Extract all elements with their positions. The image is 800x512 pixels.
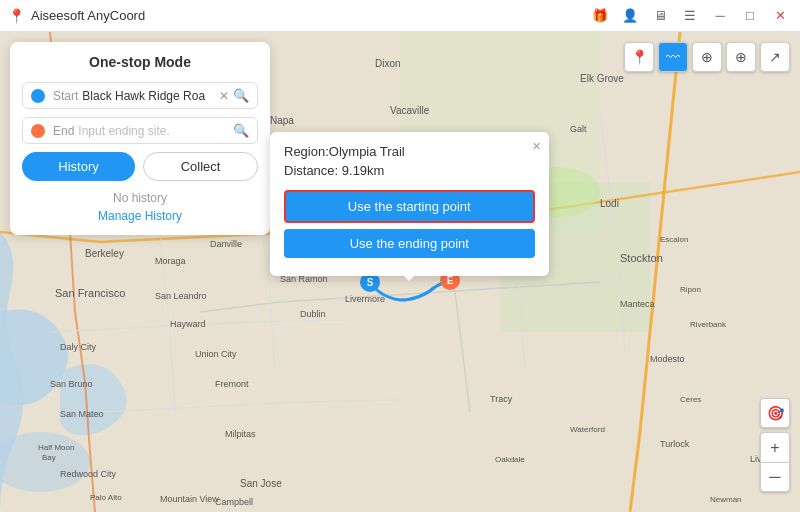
location-btn[interactable]: 📍 bbox=[624, 42, 654, 72]
svg-text:Oakdale: Oakdale bbox=[495, 455, 525, 464]
svg-text:Campbell: Campbell bbox=[215, 497, 253, 507]
search-start-icon[interactable]: 🔍 bbox=[233, 88, 249, 103]
minimize-button[interactable]: ─ bbox=[706, 2, 734, 30]
manage-history-link[interactable]: Manage History bbox=[22, 209, 258, 223]
search-end-icon[interactable]: 🔍 bbox=[233, 123, 249, 138]
popup-close[interactable]: × bbox=[532, 138, 540, 154]
svg-text:Riverbank: Riverbank bbox=[690, 320, 727, 329]
crosshair-btn[interactable]: ⊕ bbox=[726, 42, 756, 72]
screen-icon[interactable]: 🖥 bbox=[646, 2, 674, 30]
svg-text:Turlock: Turlock bbox=[660, 439, 690, 449]
start-dot bbox=[31, 89, 45, 103]
svg-text:San Jose: San Jose bbox=[240, 478, 282, 489]
export-btn[interactable]: ↗ bbox=[760, 42, 790, 72]
svg-text:Ceres: Ceres bbox=[680, 395, 701, 404]
waypoint-btn[interactable]: ⊕ bbox=[692, 42, 722, 72]
svg-text:San Leandro: San Leandro bbox=[155, 291, 207, 301]
titlebar: 📍 Aiseesoft AnyCoord 🎁 👤 🖥 ☰ ─ □ ✕ bbox=[0, 0, 800, 32]
svg-text:San Mateo: San Mateo bbox=[60, 409, 104, 419]
svg-text:Bay: Bay bbox=[42, 453, 56, 462]
svg-text:Newman: Newman bbox=[710, 495, 742, 504]
svg-text:Berkeley: Berkeley bbox=[85, 248, 124, 259]
svg-text:Fremont: Fremont bbox=[215, 379, 249, 389]
route-btn[interactable]: 〰 bbox=[658, 42, 688, 72]
svg-text:Daly City: Daly City bbox=[60, 342, 97, 352]
end-input-row[interactable]: End Input ending site. 🔍 bbox=[22, 117, 258, 144]
app-icon: 📍 bbox=[8, 8, 25, 24]
svg-text:Vacaville: Vacaville bbox=[390, 105, 430, 116]
maximize-button[interactable]: □ bbox=[736, 2, 764, 30]
svg-text:Dublin: Dublin bbox=[300, 309, 326, 319]
svg-text:Lodi: Lodi bbox=[600, 198, 619, 209]
svg-text:Redwood City: Redwood City bbox=[60, 469, 117, 479]
svg-text:Palo Alto: Palo Alto bbox=[90, 493, 122, 502]
left-panel: One-stop Mode Start Black Hawk Ridge Roa… bbox=[10, 42, 270, 235]
svg-text:Tracy: Tracy bbox=[490, 394, 513, 404]
svg-text:Dixon: Dixon bbox=[375, 58, 401, 69]
svg-text:San Bruno: San Bruno bbox=[50, 379, 93, 389]
popup-region: Region:Olympia Trail bbox=[284, 144, 535, 159]
svg-text:Milpitas: Milpitas bbox=[225, 429, 256, 439]
start-label: Start bbox=[53, 89, 78, 103]
end-label: End bbox=[53, 124, 74, 138]
panel-title: One-stop Mode bbox=[22, 54, 258, 70]
end-dot bbox=[31, 124, 45, 138]
route-popup: × Region:Olympia Trail Distance: 9.19km … bbox=[270, 132, 549, 276]
titlebar-controls: 🎁 👤 🖥 ☰ ─ □ ✕ bbox=[586, 2, 794, 30]
svg-text:Livermore: Livermore bbox=[345, 294, 385, 304]
zoom-controls: 🎯 + ─ bbox=[760, 398, 790, 492]
svg-text:Waterford: Waterford bbox=[570, 425, 605, 434]
collect-button[interactable]: Collect bbox=[143, 152, 258, 181]
user-icon[interactable]: 👤 bbox=[616, 2, 644, 30]
svg-text:Manteca: Manteca bbox=[620, 299, 655, 309]
svg-text:Galt: Galt bbox=[570, 124, 587, 134]
popup-distance: Distance: 9.19km bbox=[284, 163, 535, 178]
svg-text:Half Moon: Half Moon bbox=[38, 443, 74, 452]
svg-text:Stockton: Stockton bbox=[620, 252, 663, 264]
svg-text:Elk Grove: Elk Grove bbox=[580, 73, 624, 84]
svg-text:Danville: Danville bbox=[210, 239, 242, 249]
no-history-text: No history bbox=[22, 191, 258, 205]
zoom-in-button[interactable]: + bbox=[760, 432, 790, 462]
svg-text:Modesto: Modesto bbox=[650, 354, 685, 364]
zoom-target-btn[interactable]: 🎯 bbox=[760, 398, 790, 428]
gift-icon[interactable]: 🎁 bbox=[586, 2, 614, 30]
clear-start-icon[interactable]: ✕ bbox=[219, 89, 229, 103]
app-title: Aiseesoft AnyCoord bbox=[31, 8, 586, 23]
svg-text:Hayward: Hayward bbox=[170, 319, 206, 329]
svg-text:Ripon: Ripon bbox=[680, 285, 701, 294]
menu-icon[interactable]: ☰ bbox=[676, 2, 704, 30]
map-controls: 📍 〰 ⊕ ⊕ ↗ bbox=[624, 42, 790, 72]
svg-text:San Francisco: San Francisco bbox=[55, 287, 125, 299]
use-end-point-button[interactable]: Use the ending point bbox=[284, 229, 535, 258]
zoom-out-button[interactable]: ─ bbox=[760, 462, 790, 492]
start-value: Black Hawk Ridge Roa bbox=[82, 89, 219, 103]
svg-text:Escalon: Escalon bbox=[660, 235, 688, 244]
end-placeholder: Input ending site. bbox=[78, 124, 233, 138]
action-buttons: History Collect bbox=[22, 152, 258, 181]
start-input-row[interactable]: Start Black Hawk Ridge Roa ✕ 🔍 bbox=[22, 82, 258, 109]
use-start-point-button[interactable]: Use the starting point bbox=[284, 190, 535, 223]
svg-text:Napa: Napa bbox=[270, 115, 294, 126]
svg-text:Moraga: Moraga bbox=[155, 256, 186, 266]
close-button[interactable]: ✕ bbox=[766, 2, 794, 30]
svg-text:Union City: Union City bbox=[195, 349, 237, 359]
history-button[interactable]: History bbox=[22, 152, 135, 181]
svg-text:Mountain View: Mountain View bbox=[160, 494, 219, 504]
